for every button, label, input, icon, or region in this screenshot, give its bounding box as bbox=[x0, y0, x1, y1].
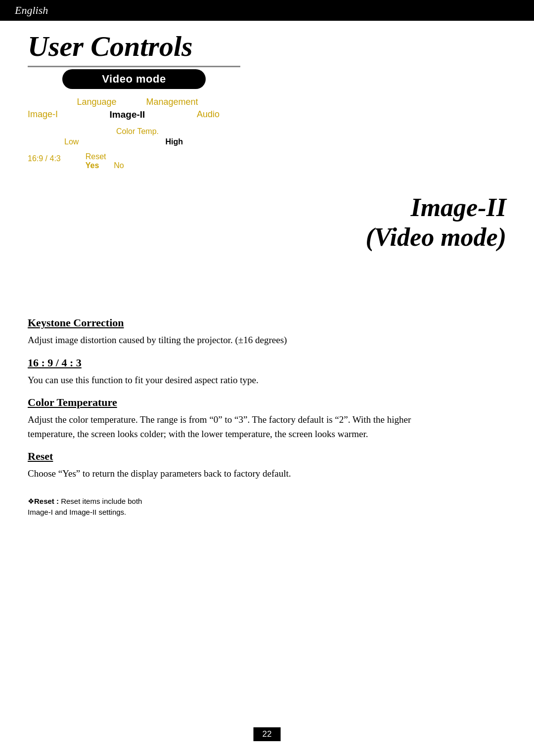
color-temp-section: Color Temperature Adjust the color tempe… bbox=[28, 396, 453, 441]
nav-language[interactable]: Language bbox=[77, 97, 116, 107]
note-bold: Reset : bbox=[34, 497, 59, 505]
aspect-ratio-label[interactable]: 16:9 / 4:3 bbox=[28, 154, 61, 163]
color-temp-section-title: Color Temperature bbox=[28, 396, 453, 409]
page-number: 22 bbox=[254, 727, 281, 741]
color-temp-section-text: Adjust the color temperature. The range … bbox=[28, 413, 453, 441]
color-temp-low[interactable]: Low bbox=[64, 137, 79, 146]
nav-image-i[interactable]: Image-I bbox=[28, 109, 58, 120]
note-bullet: ❖ bbox=[28, 497, 34, 505]
keystone-text: Adjust image distortion caused by tiltin… bbox=[28, 333, 453, 348]
nav-audio[interactable]: Audio bbox=[197, 109, 220, 120]
nav-bottom-row: Image-I Image-II Audio bbox=[0, 109, 247, 120]
nav-management[interactable]: Management bbox=[146, 97, 198, 107]
ratio-section: 16 : 9 / 4 : 3 You can use this function… bbox=[28, 356, 453, 388]
reset-yes[interactable]: Yes bbox=[86, 161, 99, 170]
ratio-text: You can use this function to fit your de… bbox=[28, 373, 453, 388]
color-temp-high[interactable]: High bbox=[165, 137, 183, 146]
nav-top-row: Language Management bbox=[28, 97, 247, 107]
main-content: Keystone Correction Adjust image distort… bbox=[28, 316, 453, 481]
language-label: English bbox=[15, 4, 48, 17]
right-title: Image-II (Video mode) bbox=[365, 193, 506, 252]
left-column: Language Management Image-I Image-II Aud… bbox=[0, 94, 247, 170]
ratio-title: 16 : 9 / 4 : 3 bbox=[28, 356, 453, 369]
keystone-section: Keystone Correction Adjust image distort… bbox=[28, 316, 453, 348]
page-title: User Controls bbox=[0, 21, 534, 63]
top-bar: English bbox=[0, 0, 534, 21]
reset-section-title: Reset bbox=[28, 450, 453, 463]
reset-label: Reset bbox=[86, 152, 106, 161]
color-temp-label: Color Temp. bbox=[28, 127, 247, 136]
reset-section-text: Choose “Yes” to return the display param… bbox=[28, 467, 453, 481]
top-section: Language Management Image-I Image-II Aud… bbox=[0, 94, 534, 302]
video-mode-pill: Video mode bbox=[62, 69, 205, 89]
video-mode-container: Video mode bbox=[28, 69, 240, 89]
nav-image-ii[interactable]: Image-II bbox=[110, 109, 145, 120]
title-divider bbox=[28, 66, 240, 67]
bottom-note: ❖Reset : Reset items include both Image-… bbox=[28, 496, 146, 518]
reset-group: Reset Yes No bbox=[86, 152, 124, 170]
reset-no[interactable]: No bbox=[114, 161, 124, 170]
color-temp-row: Low High bbox=[0, 137, 247, 146]
reset-section: Reset Choose “Yes” to return the display… bbox=[28, 450, 453, 481]
keystone-title: Keystone Correction bbox=[28, 316, 453, 329]
ratio-reset-row: 16:9 / 4:3 Reset Yes No bbox=[0, 152, 247, 170]
